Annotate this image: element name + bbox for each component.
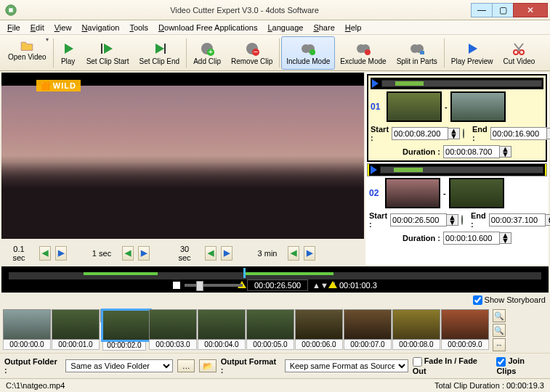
svg-rect-18 <box>420 51 424 54</box>
stop-icon[interactable] <box>173 282 180 289</box>
exclude-mode-icon <box>355 41 371 57</box>
zoom-in-button[interactable]: 🔍 <box>493 309 506 322</box>
total-clip-duration: Total Clip Duration : 00:00:19.3 <box>434 381 544 390</box>
set-clip-end-button[interactable]: Set Clip End <box>134 36 185 70</box>
storyboard-frame[interactable]: 00:00:01.0 <box>52 309 100 350</box>
add-clip-button[interactable]: +Add Clip <box>188 36 226 70</box>
open-video-button[interactable]: Open Video <box>3 36 52 70</box>
frame-time: 00:00:08.0 <box>392 340 440 350</box>
output-format-select[interactable]: Keep same Format as Source <box>285 359 408 372</box>
clip-item[interactable]: 01-Start :▲▼ End :▲▼Duration :▲▼ <box>367 74 547 162</box>
video-preview[interactable]: 🟧 WILD <box>1 73 364 239</box>
svg-text:+: + <box>209 47 213 56</box>
remove-clip-icon: − <box>244 41 260 57</box>
seek-fwd-button[interactable]: ▶ <box>138 246 150 261</box>
title-bar: Video Cutter Expert V3.0 - 4dots Softwar… <box>0 0 550 20</box>
clip-duration-input[interactable] <box>443 232 500 245</box>
play-button[interactable]: Play <box>55 36 81 70</box>
frame-thumb <box>246 309 294 340</box>
seek-fwd-button[interactable]: ▶ <box>221 246 232 261</box>
timeline[interactable]: ▲▼ / 00:01:00.3 <box>1 266 549 293</box>
split-in-parts-icon <box>409 41 425 57</box>
svg-rect-3 <box>164 44 166 54</box>
menu-help[interactable]: Help <box>342 22 365 33</box>
show-storyboard-checkbox[interactable]: Show Storyboard <box>473 295 546 306</box>
storyboard-frame[interactable]: 00:00:08.0 <box>392 309 440 350</box>
frame-thumb <box>102 310 150 340</box>
seek-fwd-button[interactable]: ▶ <box>304 246 315 261</box>
maximize-button[interactable]: ▢ <box>492 3 514 17</box>
seek-back-button[interactable]: ◀ <box>122 246 134 261</box>
play-icon[interactable] <box>371 166 377 174</box>
clip-duration-input[interactable] <box>443 145 500 158</box>
seek-back-button[interactable]: ◀ <box>288 246 299 261</box>
clip-number: 01 <box>371 102 384 112</box>
menu-navigation[interactable]: Navigation <box>78 22 122 33</box>
play-preview-icon <box>464 41 480 57</box>
storyboard-frame[interactable]: 00:00:03.0 <box>149 309 197 350</box>
clip-item[interactable]: 02-Start :▲▼ End :▲▼Duration :▲▼ <box>367 163 547 176</box>
storyboard-frame[interactable]: 00:00:09.0 <box>441 309 489 350</box>
zoom-out-button[interactable]: 🔍 <box>493 324 506 337</box>
seek-step-label: 0.1 sec <box>3 243 35 264</box>
storyboard-frame[interactable]: 00:00:06.0 <box>295 309 343 350</box>
open-folder-button[interactable]: 📂 <box>199 359 217 372</box>
set-clip-start-button[interactable]: Set Clip Start <box>81 36 134 70</box>
menu-share[interactable]: Share <box>310 22 337 33</box>
clip-end-input[interactable] <box>490 127 547 140</box>
clip-end-input[interactable] <box>489 213 546 226</box>
storyboard-frame[interactable]: 00:00:07.0 <box>344 309 392 350</box>
clip-start-input[interactable] <box>392 127 448 140</box>
menu-edit[interactable]: Edit <box>28 22 47 33</box>
output-folder-select[interactable]: Same as Video Folder <box>65 359 173 372</box>
browse-folder-button[interactable]: … <box>177 359 195 372</box>
close-button[interactable]: ✕ <box>513 3 548 17</box>
exclude-mode-button[interactable]: Exclude Mode <box>335 36 391 70</box>
output-format-label: Output Format : <box>221 357 280 375</box>
clip-range-bar[interactable] <box>381 80 542 87</box>
storyboard-frame[interactable]: 00:00:02.0 <box>100 309 148 322</box>
clip-range-bar[interactable] <box>380 166 543 173</box>
start-dot[interactable] <box>461 215 463 225</box>
zoom-slider[interactable] <box>185 284 243 287</box>
frame-thumb <box>52 309 100 340</box>
play-preview-button[interactable]: Play Preview <box>446 36 498 70</box>
storyboard-frame[interactable]: 00:00:05.0 <box>246 309 294 350</box>
fade-checkbox[interactable]: Fade In / Fade Out <box>413 356 493 375</box>
menu-tools[interactable]: Tools <box>126 22 151 33</box>
svg-rect-2 <box>101 44 102 54</box>
output-folder-label: Output Folder : <box>4 357 61 375</box>
start-dot[interactable] <box>463 128 464 139</box>
storyboard-frame[interactable]: 00:00:00.0 <box>3 309 51 350</box>
seek-fwd-button[interactable]: ▶ <box>55 246 67 261</box>
include-mode-button[interactable]: Include Mode <box>281 36 335 70</box>
clip-start-input[interactable] <box>390 213 447 226</box>
menu-file[interactable]: File <box>4 22 23 33</box>
frame-time: 00:00:07.0 <box>344 340 392 350</box>
seek-step-label: 30 sec <box>169 243 201 264</box>
current-time-input[interactable] <box>247 279 308 291</box>
remove-clip-button[interactable]: −Remove Clip <box>226 36 278 70</box>
seek-back-button[interactable]: ◀ <box>39 246 51 261</box>
frame-time: 00:00:02.0 <box>102 340 146 351</box>
menu-download-free-applications[interactable]: Download Free Applications <box>155 22 260 33</box>
fit-button[interactable]: ↔ <box>493 338 506 351</box>
menu-view[interactable]: View <box>52 22 75 33</box>
clip-end-thumb <box>450 91 506 122</box>
play-icon[interactable] <box>372 79 379 88</box>
frame-thumb <box>198 309 246 340</box>
join-clips-checkbox[interactable]: Join Clips <box>496 356 546 375</box>
svg-point-12 <box>310 49 315 55</box>
menu-language[interactable]: Language <box>264 22 306 33</box>
cut-video-icon <box>511 41 527 57</box>
storyboard-frame[interactable]: 00:00:04.0 <box>198 309 246 350</box>
frame-time: 00:00:09.0 <box>441 340 489 350</box>
seek-back-button[interactable]: ◀ <box>205 246 217 261</box>
minimize-button[interactable]: — <box>471 3 493 17</box>
frame-thumb <box>392 309 440 340</box>
cut-video-button[interactable]: Cut Video <box>498 36 541 70</box>
split-in-parts-button[interactable]: Split in Parts <box>392 36 442 70</box>
menu-bar: FileEditViewNavigationToolsDownload Free… <box>0 20 550 35</box>
open-video-icon <box>19 38 35 52</box>
app-icon <box>4 4 17 17</box>
